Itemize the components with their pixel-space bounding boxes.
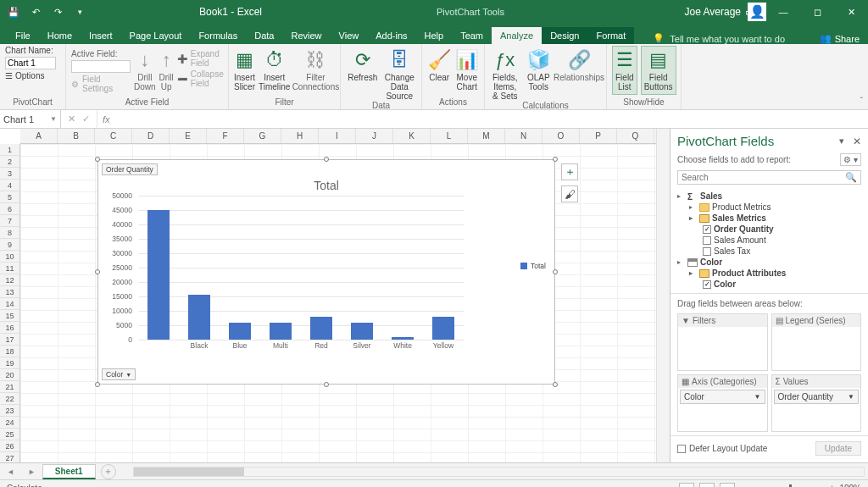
sheet-nav-next[interactable]: ► [21, 468, 42, 476]
row-header[interactable]: 20 [0, 369, 19, 381]
maximize-icon[interactable]: ◻ [800, 0, 834, 24]
row-header[interactable]: 3 [0, 168, 19, 180]
field-settings-button[interactable]: ⚙ Field Settings [71, 75, 131, 93]
col-header[interactable]: K [393, 129, 431, 143]
tab-analyze[interactable]: Analyze [492, 27, 542, 44]
row-header[interactable]: 26 [0, 440, 19, 452]
relationships-button[interactable]: 🔗Relationships [557, 46, 601, 82]
layout-gear-icon[interactable]: ⚙ ▾ [840, 153, 861, 166]
insert-timeline-button[interactable]: ⏱Insert Timeline [259, 46, 290, 91]
row-header[interactable]: 24 [0, 417, 19, 429]
bar[interactable] [229, 323, 251, 340]
tab-format[interactable]: Format [587, 27, 634, 44]
values-area[interactable]: Σ ValuesOrder Quantity▼ [771, 374, 862, 432]
bar[interactable] [188, 295, 210, 340]
sheet-tab[interactable]: Sheet1 [42, 464, 96, 479]
qat-customize-icon[interactable]: ▾ [70, 2, 90, 22]
sheet-nav-prev[interactable]: ◄ [0, 468, 21, 476]
row-header[interactable]: 5 [0, 191, 19, 203]
taskpane-close-icon[interactable]: ✕ [853, 136, 861, 147]
worksheet-grid[interactable]: ABCDEFGHIJKLMNOPQ 1234567891011121314151… [0, 129, 656, 462]
row-header[interactable]: 4 [0, 180, 19, 191]
bar[interactable] [392, 337, 414, 340]
col-header[interactable]: M [468, 129, 505, 143]
insert-slicer-button[interactable]: ▦Insert Slicer [234, 46, 255, 91]
col-header[interactable]: H [281, 129, 319, 143]
tab-pagelayout[interactable]: Page Layout [121, 27, 191, 44]
col-header[interactable]: Q [617, 129, 654, 143]
collapse-ribbon-icon[interactable]: ˇ [860, 97, 863, 106]
row-header[interactable]: 25 [0, 429, 19, 440]
col-header[interactable]: E [170, 129, 207, 143]
legend-area[interactable]: ▤ Legend (Series) [771, 313, 862, 371]
row-header[interactable]: 1 [0, 144, 19, 156]
pivot-chart[interactable]: Order Quantity Color ▼ Total 05000100001… [97, 159, 555, 385]
axis-field-chip[interactable]: Color▼ [680, 390, 765, 404]
row-header[interactable]: 6 [0, 203, 19, 215]
tell-me[interactable]: 💡Tell me what you want to do [653, 33, 785, 44]
col-header[interactable]: L [431, 129, 468, 143]
bar[interactable] [310, 317, 332, 340]
col-header[interactable]: B [58, 129, 95, 143]
chart-name-input[interactable] [5, 57, 56, 69]
cancel-icon[interactable]: ✕ [68, 113, 75, 125]
field-search[interactable]: 🔍 [677, 170, 861, 185]
row-header[interactable]: 17 [0, 334, 19, 346]
field-buttons-button[interactable]: ▤Field Buttons [641, 46, 676, 95]
chart-elements-button[interactable]: ＋ [561, 163, 578, 180]
options-button[interactable]: ☰Options [5, 71, 44, 80]
row-header[interactable]: 7 [0, 215, 19, 227]
page-layout-view-icon[interactable] [699, 483, 715, 488]
tab-review[interactable]: Review [282, 27, 330, 44]
row-header[interactable]: 13 [0, 286, 19, 298]
change-data-source-button[interactable]: 🗄Change Data Source [383, 46, 417, 101]
row-header[interactable]: 19 [0, 357, 19, 369]
taskpane-dropdown-icon[interactable]: ▾ [839, 136, 844, 147]
col-header[interactable]: A [20, 129, 58, 143]
refresh-button[interactable]: ⟳Refresh [346, 46, 380, 82]
row-header[interactable]: 12 [0, 274, 19, 286]
pivot-value-field-button[interactable]: Order Quantity [102, 163, 158, 175]
tab-design[interactable]: Design [542, 27, 587, 44]
values-field-chip[interactable]: Order Quantity▼ [774, 390, 860, 404]
field-search-input[interactable] [682, 173, 826, 182]
col-header[interactable]: O [542, 129, 580, 143]
row-header[interactable]: 22 [0, 393, 19, 405]
zoom-out-button[interactable]: − [747, 484, 752, 487]
pivot-axis-field-button[interactable]: Color ▼ [102, 368, 136, 380]
col-header[interactable]: I [319, 129, 356, 143]
row-header[interactable]: 18 [0, 346, 19, 357]
row-header[interactable]: 27 [0, 452, 19, 462]
undo-icon[interactable]: ↶ [25, 2, 46, 22]
clear-button[interactable]: 🧹Clear [427, 46, 452, 82]
expand-field-button[interactable]: ➕ Expand Field [177, 49, 224, 68]
collapse-field-button[interactable]: ➖ Collapse Field [177, 69, 224, 88]
row-header[interactable]: 9 [0, 239, 19, 251]
normal-view-icon[interactable] [679, 483, 694, 488]
redo-icon[interactable]: ↷ [47, 2, 68, 22]
save-icon[interactable]: 💾 [3, 2, 24, 22]
add-sheet-button[interactable]: ＋ [101, 464, 116, 479]
row-header[interactable]: 2 [0, 156, 19, 168]
row-header[interactable]: 14 [0, 298, 19, 310]
col-header[interactable]: J [356, 129, 393, 143]
zoom-in-button[interactable]: + [830, 484, 835, 487]
chart-legend[interactable]: Total [520, 262, 546, 270]
defer-update-checkbox[interactable]: Defer Layout Update [677, 444, 767, 453]
share-button[interactable]: 👥Share [820, 33, 860, 44]
col-header[interactable]: N [505, 129, 542, 143]
filters-area[interactable]: ▼ Filters [677, 313, 768, 371]
tab-addins[interactable]: Add-ins [367, 27, 415, 44]
tab-help[interactable]: Help [416, 27, 453, 44]
row-header[interactable]: 16 [0, 322, 19, 334]
plot-area[interactable] [139, 196, 465, 340]
row-header[interactable]: 23 [0, 405, 19, 417]
fx-icon[interactable]: fx [97, 110, 115, 128]
zoom-level[interactable]: 100% [839, 484, 861, 487]
vertical-scrollbar[interactable] [656, 129, 670, 462]
chart-title[interactable]: Total [98, 179, 554, 192]
enter-icon[interactable]: ✓ [82, 113, 90, 125]
field-list-button[interactable]: ☰Field List [612, 46, 637, 95]
fields-items-sets-button[interactable]: ƒxFields, Items, & Sets [490, 46, 520, 101]
filter-connections-button[interactable]: ⛓Filter Connections [293, 46, 337, 91]
